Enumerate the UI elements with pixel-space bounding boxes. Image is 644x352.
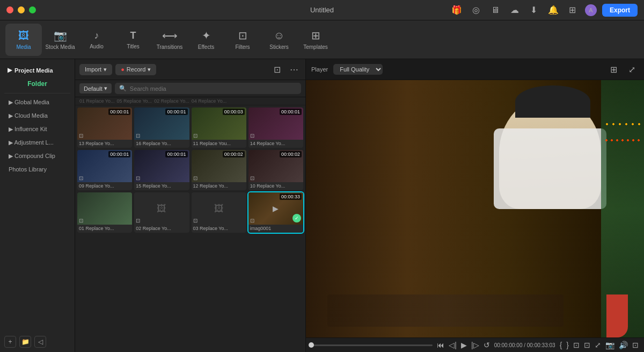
media-search-row: Default ▾ 🔍 (75, 80, 305, 97)
sidebar-hide-button[interactable]: ◁ (34, 336, 46, 348)
toolbar-stock-media[interactable]: 📷 Stock Media (42, 24, 78, 56)
media-toolbar: Import ▾ ● Record ▾ ⊡ ⋯ (75, 59, 305, 80)
export-button[interactable]: Export (602, 4, 638, 17)
share-icon[interactable]: ◎ (469, 3, 483, 17)
video-icon: ⊡ (250, 218, 254, 224)
overwrite-icon[interactable]: ⊡ (584, 341, 590, 349)
record-chevron-icon: ▾ (148, 66, 151, 73)
audio-icon: ♪ (94, 30, 99, 41)
search-input[interactable] (130, 85, 297, 92)
import-button[interactable]: Import ▾ (79, 64, 112, 75)
sidebar-item-cloud-media[interactable]: ▶ Cloud Media (0, 109, 75, 123)
media-item-label: 12 Replace Yo... (192, 182, 246, 190)
transitions-icon: ⟷ (162, 29, 178, 42)
window-title: Untitled (310, 6, 334, 14)
sidebar-item-photos-library[interactable]: Photos Library (0, 163, 75, 176)
media-thumb: 00:00:01 ⊡ (77, 107, 132, 140)
out-point-icon[interactable]: } (566, 341, 569, 349)
list-item[interactable]: 🖼 ⊡ 02 Replace Yo... (134, 192, 189, 233)
search-box[interactable]: 🔍 (115, 83, 301, 94)
cloud-icon[interactable]: ☁ (508, 3, 522, 17)
titlebar-right: 🎁 ◎ 🖥 ☁ ⬇ 🔔 ⊞ A Export (450, 3, 638, 17)
sidebar-item-global-media[interactable]: ▶ Global Media (0, 96, 75, 109)
gift-icon[interactable]: 🎁 (450, 3, 464, 17)
media-thumb: 🖼 ⊡ (192, 192, 246, 225)
toolbar-transitions[interactable]: ⟷ Transitions (151, 24, 188, 56)
list-item[interactable]: 00:00:01 ⊡ 15 Replace Yo... (134, 150, 189, 190)
in-point-icon[interactable]: { (560, 341, 562, 349)
sidebar-item-influence-kit[interactable]: ▶ Influence Kit (0, 123, 75, 136)
close-button[interactable] (6, 6, 13, 13)
sort-button[interactable]: Default ▾ (79, 83, 112, 94)
list-item[interactable]: 00:00:01 ⊡ 16 Replace Yo... (134, 107, 189, 148)
grid-view-icon[interactable]: ⊞ (606, 62, 620, 76)
toolbar-titles[interactable]: T Titles (115, 24, 151, 56)
record-button[interactable]: ● Record ▾ (115, 64, 156, 75)
media-thumb: 00:00:01 ⊡ (77, 150, 132, 182)
insert-icon[interactable]: ⊡ (573, 341, 580, 349)
media-icon: 🖼 (18, 30, 29, 42)
avatar[interactable]: A (585, 4, 597, 16)
toolbar-templates[interactable]: ⊞ Templates (297, 24, 334, 56)
minimize-button[interactable] (18, 6, 25, 13)
sidebar-folder-button[interactable]: 📁 (19, 336, 31, 348)
media-thumb: ⊡ (77, 192, 132, 225)
toolbar-audio[interactable]: ♪ Audio (78, 24, 115, 56)
list-item[interactable]: 00:00:01 ⊡ 13 Replace Yo... (77, 107, 132, 148)
media-item-label: 09 Replace Yo... (77, 182, 132, 190)
download-icon[interactable]: ⬇ (527, 3, 541, 17)
apps-icon[interactable]: ⊞ (566, 3, 580, 17)
sidebar-item-adjustment[interactable]: ▶ Adjustment L... (0, 136, 75, 149)
list-item[interactable]: ⊡ 01 Replace Yo... (77, 192, 132, 233)
expand-arrow: ▶ (9, 112, 14, 119)
media-scroll-container: 00:00:01 ⊡ 13 Replace Yo... 00:00:01 ⊡ 1… (75, 105, 305, 352)
transitions-label: Transitions (157, 44, 183, 50)
import-chevron-icon: ▾ (104, 66, 107, 73)
media-duration: 00:00:01 (280, 109, 302, 115)
player-progress-bar[interactable] (311, 344, 433, 346)
play-button[interactable]: ▶ (461, 341, 467, 349)
main-area: ▶ Project Media Folder ▶ Global Media ▶ … (0, 59, 644, 352)
player-progress-handle[interactable] (309, 342, 314, 348)
list-item[interactable]: 00:00:01 ⊡ 14 Replace Yo... (248, 107, 303, 148)
snapshot-icon[interactable]: 📷 (605, 341, 614, 349)
list-item[interactable]: 00:00:03 ⊡ 11 Replace You... (192, 107, 246, 148)
more-options-icon[interactable]: ⋯ (287, 62, 301, 76)
video-icon: ⊡ (79, 175, 83, 181)
project-media-header[interactable]: ▶ Project Media (0, 63, 75, 77)
list-item[interactable]: 🖼 ⊡ 03 Replace Yo... (192, 192, 246, 233)
skip-back-icon[interactable]: ⏮ (437, 341, 444, 349)
media-duration: 00:00:01 (165, 151, 187, 157)
step-forward-icon[interactable]: |▷ (471, 341, 479, 349)
toolbar-filters[interactable]: ⊡ Filters (224, 24, 261, 56)
fullscreen-player-icon[interactable]: ⤢ (595, 341, 601, 349)
player-header: Player Full Quality1/21/4 ⊞ ⤢ (306, 59, 644, 80)
media-thumb: 00:00:02 ⊡ (248, 150, 303, 182)
fullscreen-icon[interactable]: ⤢ (625, 62, 639, 76)
volume-icon[interactable]: 🔊 (619, 341, 628, 349)
maximize-button[interactable] (29, 6, 36, 13)
quality-select[interactable]: Full Quality1/21/4 (333, 64, 383, 75)
video-icon: ⊡ (136, 133, 140, 139)
toolbar-media[interactable]: 🖼 Media (5, 24, 42, 56)
filter-icon[interactable]: ⊡ (270, 62, 284, 76)
search-icon: 🔍 (119, 85, 127, 92)
toolbar-effects[interactable]: ✦ Effects (188, 24, 224, 56)
loop-icon[interactable]: ↺ (484, 341, 490, 349)
media-thumb: 00:00:01 ⊡ (134, 107, 189, 140)
list-item[interactable]: 00:00:01 ⊡ 09 Replace Yo... (77, 150, 132, 190)
bell-icon[interactable]: 🔔 (546, 3, 560, 17)
media-item-label: 10 Replace Yo... (248, 182, 303, 190)
sidebar-folder[interactable]: Folder (0, 77, 75, 91)
list-item[interactable]: ▶ 00:00:33 ⊡ ✓ imag0001 (248, 192, 303, 233)
toolbar-stickers[interactable]: ☺ Stickers (261, 24, 297, 56)
monitor-icon[interactable]: 🖥 (488, 3, 502, 17)
list-item[interactable]: 00:00:02 ⊡ 10 Replace Yo... (248, 150, 303, 190)
player-video (306, 80, 644, 337)
sidebar-add-button[interactable]: + (4, 336, 16, 348)
sidebar-item-compound-clip[interactable]: ▶ Compound Clip (0, 149, 75, 163)
settings-icon[interactable]: ⊡ (632, 341, 639, 349)
step-back-icon[interactable]: ◁| (449, 341, 457, 349)
list-item[interactable]: 00:00:02 ⊡ 12 Replace Yo... (192, 150, 246, 190)
media-item-label: 02 Replace Yo... (134, 225, 189, 233)
